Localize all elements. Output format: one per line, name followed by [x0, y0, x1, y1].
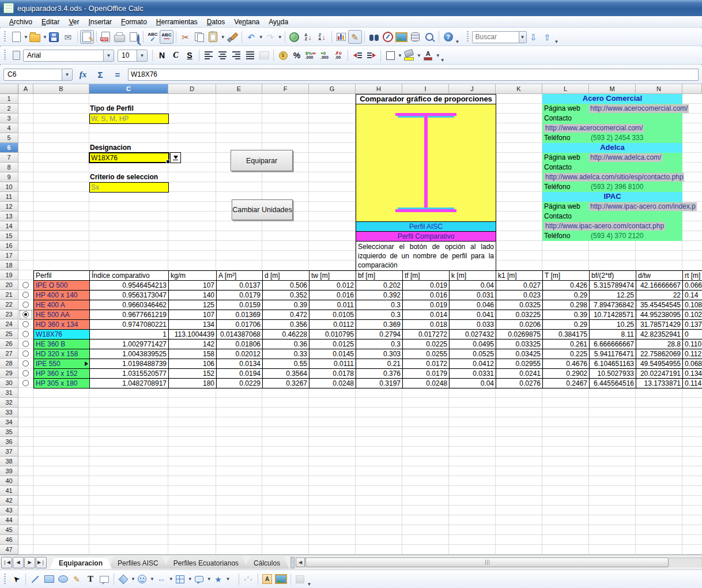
- profile-radio-ipe-550[interactable]: [22, 360, 29, 367]
- criterio-label[interactable]: Criterio de seleccion: [90, 172, 182, 182]
- table-cell[interactable]: 12.25: [589, 290, 636, 300]
- sort-descending-icon[interactable]: ZA↓: [315, 30, 329, 44]
- table-cell[interactable]: 0.023: [496, 290, 543, 300]
- company-web-link[interactable]: http://www.adelca.com/: [589, 153, 702, 163]
- table-cell[interactable]: 5.941176471: [589, 349, 636, 359]
- callout-tool-icon[interactable]: [97, 572, 111, 586]
- table-cell[interactable]: 0.027432: [449, 329, 496, 340]
- table-cell[interactable]: 6.666666667: [589, 339, 636, 349]
- search-combo[interactable]: ▼: [472, 31, 527, 43]
- profile-radio-hp-305-x-180[interactable]: [22, 380, 29, 386]
- table-cell[interactable]: 0.01369: [216, 310, 263, 320]
- table-cell[interactable]: 0.031: [449, 290, 496, 300]
- toolbar-overflow-icon[interactable]: ▼: [455, 29, 460, 44]
- table-cell[interactable]: 0.068: [682, 359, 702, 369]
- scroll-left-icon[interactable]: ◀: [296, 557, 305, 567]
- insert-image-icon[interactable]: [274, 572, 288, 586]
- table-cell[interactable]: 0.261: [542, 339, 590, 349]
- table-cell[interactable]: 0.102: [682, 310, 702, 320]
- navigator-icon[interactable]: [381, 30, 395, 44]
- profile-radio-hp-360-x-152[interactable]: [22, 370, 29, 376]
- company-web-link[interactable]: http://www.ipac-acero.com/index.p: [589, 202, 702, 212]
- column-header-N[interactable]: N: [636, 84, 682, 94]
- column-header-A[interactable]: A: [18, 84, 33, 94]
- table-cell[interactable]: 0.108: [682, 300, 702, 310]
- help-icon[interactable]: ?: [441, 30, 455, 44]
- decrease-indent-icon[interactable]: [350, 48, 364, 62]
- table-header-6[interactable]: bf [m]: [356, 270, 403, 281]
- font-size-combo[interactable]: 10 ▼: [118, 50, 148, 62]
- table-header-4[interactable]: d [m]: [262, 270, 310, 281]
- table-cell[interactable]: 0.01706: [216, 319, 263, 330]
- profile-radio-hd-360-x-134[interactable]: [22, 321, 29, 327]
- align-center-icon[interactable]: [216, 48, 229, 62]
- font-name-dropdown-icon[interactable]: ▼: [103, 50, 114, 61]
- font-name-combo[interactable]: Arial ▼: [23, 50, 114, 62]
- search-dropdown-icon[interactable]: ▼: [519, 32, 526, 43]
- table-cell[interactable]: 0.9546454213: [89, 280, 169, 291]
- table-cell[interactable]: 0.0495: [449, 339, 496, 349]
- table-cell[interactable]: 0.02012: [216, 349, 263, 359]
- line-tool-icon[interactable]: [28, 572, 42, 586]
- table-cell[interactable]: 0.04: [449, 378, 496, 389]
- table-cell[interactable]: 10.25: [589, 319, 636, 330]
- table-cell[interactable]: 0.0255: [402, 349, 450, 359]
- table-cell[interactable]: 113.1004439: [168, 329, 217, 340]
- profile-name[interactable]: HE 360 B: [33, 339, 90, 349]
- export-pdf-icon[interactable]: PDF: [99, 30, 113, 44]
- table-cell[interactable]: 0.0269875: [496, 329, 543, 340]
- table-cell[interactable]: 0.36: [262, 339, 310, 349]
- table-cell[interactable]: 158: [168, 349, 217, 359]
- table-cell[interactable]: 0.3267: [262, 378, 310, 389]
- insert-chart-icon[interactable]: [334, 30, 348, 44]
- profile-radio-ipe-o-500[interactable]: [22, 282, 29, 288]
- paste-icon[interactable]: [206, 30, 220, 44]
- profile-name[interactable]: IPE O 500: [33, 280, 90, 291]
- fill-handle[interactable]: [166, 160, 170, 164]
- table-cell[interactable]: 0.9563173047: [89, 290, 169, 300]
- table-header-3[interactable]: A [m²]: [216, 270, 263, 281]
- table-cell[interactable]: 0.298: [542, 300, 590, 310]
- table-cell[interactable]: 0.0525: [449, 349, 496, 359]
- save-icon[interactable]: [47, 30, 61, 44]
- stars-icon[interactable]: ★: [212, 572, 225, 586]
- email-icon[interactable]: ✉: [61, 30, 75, 44]
- table-cell[interactable]: 0.369: [356, 319, 403, 330]
- table-cell[interactable]: 0.55: [262, 359, 310, 369]
- designacion-cell-selection[interactable]: W18X76: [89, 152, 169, 163]
- table-cell[interactable]: 0.017272: [402, 329, 450, 340]
- menu-item-archivo[interactable]: Archivo: [5, 17, 37, 27]
- table-cell[interactable]: 7.894736842: [589, 300, 636, 310]
- table-cell[interactable]: 0.9660346462: [89, 300, 169, 310]
- table-cell[interactable]: 8.11: [589, 329, 636, 340]
- find-previous-icon[interactable]: ⇧: [541, 30, 554, 44]
- table-cell[interactable]: 0.019: [402, 300, 450, 310]
- table-cell[interactable]: 0.3: [356, 339, 403, 349]
- column-header-I[interactable]: I: [402, 84, 449, 94]
- company-web-link[interactable]: http://www.acerocomercial.com/: [589, 104, 702, 114]
- table-cell[interactable]: 6.104651163: [589, 359, 636, 369]
- table-cell[interactable]: 0.0241: [496, 368, 543, 379]
- table-cell[interactable]: 1.0043839525: [89, 349, 169, 359]
- find-replace-icon[interactable]: [367, 30, 381, 44]
- table-cell[interactable]: 0.012: [309, 280, 356, 291]
- sort-ascending-icon[interactable]: AZ↓: [301, 30, 315, 44]
- table-cell[interactable]: 0.4676: [542, 359, 590, 369]
- profile-name[interactable]: HD 360 x 134: [33, 319, 90, 330]
- table-cell[interactable]: 0.033: [449, 319, 496, 330]
- profile-name[interactable]: IPE 550: [33, 359, 90, 369]
- cambiar-unidades-button[interactable]: Cambiar Unidades: [232, 199, 293, 220]
- basic-shapes-icon[interactable]: [116, 572, 130, 586]
- menu-item-ver[interactable]: Ver: [64, 17, 84, 27]
- align-justify-icon[interactable]: [243, 48, 257, 62]
- table-cell[interactable]: 0.041: [449, 310, 496, 320]
- underline-icon[interactable]: S: [183, 48, 197, 62]
- table-cell[interactable]: 1.0029771427: [89, 339, 169, 349]
- table-header-5[interactable]: tw [m]: [309, 270, 356, 281]
- table-cell[interactable]: 0.02955: [496, 359, 543, 369]
- table-cell[interactable]: 20.02247191: [636, 368, 683, 379]
- company-contact-link[interactable]: http://www.acerocomercial.com/: [542, 123, 702, 133]
- ellipse-tool-icon[interactable]: [56, 572, 70, 586]
- find-next-icon[interactable]: ⇩: [527, 30, 541, 44]
- symbol-shapes-icon[interactable]: [135, 572, 149, 586]
